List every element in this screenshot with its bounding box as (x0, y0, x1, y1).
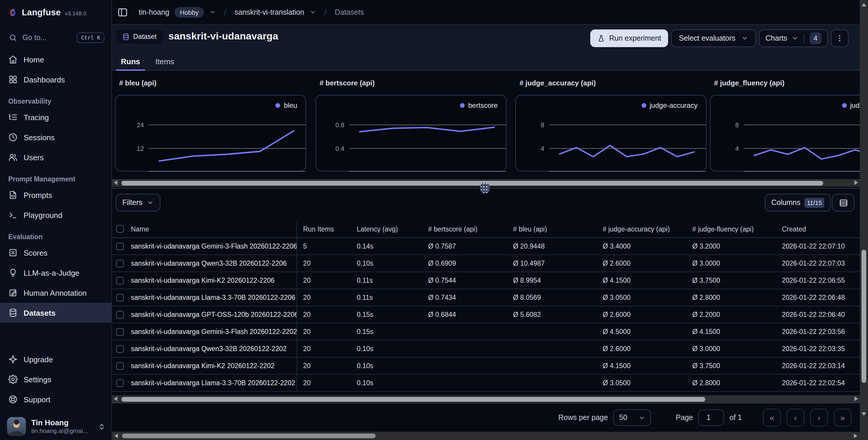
column-header-created[interactable]: Created (776, 225, 860, 232)
scroll-right-icon[interactable] (855, 397, 858, 401)
sidebar-item-sessions[interactable]: Sessions (0, 127, 112, 147)
row-checkbox[interactable] (116, 260, 124, 267)
sidebar-item-human-annotation[interactable]: Human Annotation (0, 283, 112, 303)
dataset-badge-label: Dataset (133, 33, 157, 40)
tab-runs[interactable]: Runs (116, 53, 145, 70)
previous-page-button[interactable]: ‹ (786, 409, 804, 427)
tab-items[interactable]: Items (151, 53, 179, 70)
cell-run-items: 20 (297, 277, 351, 284)
tab-bar: Runs Items (116, 53, 179, 70)
column-header-judge-accuracy[interactable]: # judge-accuracy (api) (597, 225, 686, 232)
sidebar-item-prompts[interactable]: Prompts (0, 185, 112, 205)
select-evaluators-button[interactable]: Select evaluators (671, 29, 756, 47)
sidebar-item-support[interactable]: Support (0, 390, 112, 409)
scroll-up-icon[interactable] (861, 3, 866, 6)
table-footer: Rows per page 50 Page 1 of 1 « ‹ › » (112, 403, 860, 432)
window-horizontal-scrollbar[interactable] (112, 432, 860, 440)
sidebar-item-playground[interactable]: Playground (0, 205, 112, 225)
sidebar-item-settings[interactable]: Settings (0, 369, 112, 390)
cell-created: 2026-01-22 22:03:56 (776, 328, 860, 335)
sidebar-item-scores[interactable]: Scores (0, 243, 112, 263)
cell-created: 2026-01-22 22:03:35 (776, 345, 860, 352)
column-header-bleu[interactable]: # bleu (api) (507, 225, 597, 232)
scroll-left-icon[interactable] (114, 397, 117, 401)
row-checkbox[interactable] (116, 362, 124, 370)
breadcrumb-project[interactable]: sanskrit-vi-translation (235, 8, 304, 16)
table-row[interactable]: sanskrit-vi-udanavarga Llama-3.3-70B 202… (112, 289, 860, 306)
filters-button[interactable]: Filters (116, 194, 160, 211)
table-row[interactable]: sanskrit-vi-udanavarga Kimi-K2 20260122-… (112, 272, 860, 289)
row-checkbox[interactable] (116, 294, 124, 301)
sidebar-item-llm-as-a-judge[interactable]: LLM-as-a-Judge (0, 263, 112, 283)
table-row[interactable]: sanskrit-vi-udanavarga Qwen3-32B 2026012… (112, 340, 860, 358)
last-page-button[interactable]: » (834, 409, 851, 427)
row-checkbox[interactable] (116, 311, 124, 318)
table-row[interactable]: sanskrit-vi-udanavarga GPT-OSS-120b 2026… (112, 306, 860, 324)
scroll-right-icon[interactable] (855, 180, 858, 185)
select-evaluators-label: Select evaluators (679, 34, 736, 42)
sidebar-item-upgrade[interactable]: Upgrade (0, 349, 112, 369)
life-buoy-icon (8, 395, 18, 404)
run-experiment-button[interactable]: Run experiment (590, 29, 669, 47)
column-header-latency[interactable]: Latency (avg) (351, 225, 422, 232)
user-menu[interactable]: Tin Hoang tin.hoang.ai@gmai... (0, 413, 112, 440)
scroll-left-icon[interactable] (114, 180, 117, 185)
sidebar-toggle-icon[interactable] (117, 7, 128, 18)
row-checkbox[interactable] (116, 276, 124, 284)
cell-run-items: 20 (297, 362, 351, 369)
column-header-bertscore[interactable]: # bertscore (api) (422, 225, 507, 232)
cell-judge-accuracy: Ø 3.0500 (597, 379, 686, 386)
columns-button[interactable]: Columns 11/15 (765, 194, 831, 211)
table-row[interactable]: sanskrit-vi-udanavarga Gemini-3-Flash 20… (112, 238, 860, 255)
cell-bertscore: Ø 0.7544 (422, 277, 507, 284)
table-row[interactable]: sanskrit-vi-udanavarga Llama-3.3-70B 202… (112, 375, 860, 392)
table-row[interactable]: sanskrit-vi-udanavarga Gemini-3-Flash 20… (112, 324, 860, 340)
scroll-down-icon[interactable] (861, 412, 866, 416)
row-checkbox[interactable] (116, 328, 124, 335)
cell-bertscore: Ø 0.6844 (422, 311, 507, 318)
table-horizontal-scrollbar[interactable] (112, 395, 860, 403)
sidebar-item-home[interactable]: Home (0, 49, 112, 69)
breadcrumb-org[interactable]: tin-hoang (138, 8, 169, 16)
chevron-down-icon[interactable] (310, 9, 316, 15)
select-all-checkbox[interactable] (116, 225, 124, 233)
go-to-search[interactable]: Go to... Ctrl K (7, 30, 104, 45)
sidebar-item-datasets[interactable]: Datasets (0, 303, 112, 323)
scrollbar-thumb[interactable] (862, 250, 866, 383)
rows-per-page-select[interactable]: 50 (613, 409, 651, 426)
charts-button[interactable]: Charts 4 (759, 29, 828, 47)
column-header-judge-fluency[interactable]: # judge-fluency (api) (686, 225, 776, 232)
scroll-left-icon[interactable] (115, 433, 118, 438)
scrollbar-thumb[interactable] (122, 434, 376, 438)
more-actions-button[interactable] (831, 29, 848, 47)
cell-judge-fluency: Ø 2.8000 (686, 379, 776, 386)
app-logo-row[interactable]: Langfuse v3.148.0 (0, 0, 112, 25)
scrollbar-thumb[interactable] (121, 180, 823, 185)
table-row[interactable]: sanskrit-vi-udanavarga Kimi-K2 20260122-… (112, 358, 860, 375)
page-input[interactable]: 1 (698, 409, 724, 426)
dataset-badge[interactable]: Dataset (116, 29, 162, 43)
window-vertical-scrollbar[interactable] (860, 0, 868, 440)
sidebar-item-tracing[interactable]: Tracing (0, 107, 112, 127)
breadcrumb-page[interactable]: Datasets (335, 8, 364, 16)
scroll-right-icon[interactable] (854, 433, 857, 438)
row-checkbox[interactable] (116, 242, 124, 250)
sidebar-item-users[interactable]: Users (0, 147, 112, 167)
scrollbar-thumb[interactable] (121, 397, 705, 401)
svg-text:8: 8 (735, 121, 739, 129)
column-header-run-items[interactable]: Run Items (297, 225, 351, 232)
column-header-name[interactable]: Name (127, 220, 297, 237)
table-body: sanskrit-vi-udanavarga Gemini-3-Flash 20… (112, 238, 860, 392)
chart-line (560, 145, 694, 157)
table-row[interactable]: sanskrit-vi-udanavarga Qwen3-32B 2026012… (112, 255, 860, 272)
sidebar-item-dashboards[interactable]: Dashboards (0, 69, 112, 90)
page-title: sanskrit-vi-udanavarga (168, 31, 278, 42)
row-height-button[interactable] (832, 194, 855, 211)
row-checkbox[interactable] (116, 379, 124, 387)
chevron-down-icon[interactable] (209, 9, 216, 15)
panel-resize-handle[interactable] (480, 183, 489, 193)
next-page-button[interactable]: › (810, 409, 828, 427)
first-page-button[interactable]: « (763, 409, 781, 427)
cell-name: sanskrit-vi-udanavarga Llama-3.3-70B 202… (127, 289, 297, 306)
row-checkbox[interactable] (116, 345, 124, 352)
